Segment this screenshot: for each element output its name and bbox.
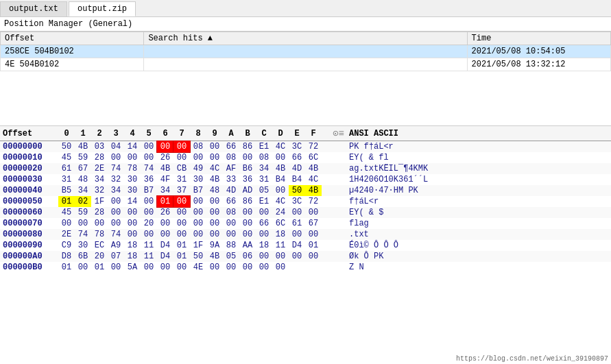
hex-byte: 50 (190, 251, 206, 262)
hex-byte: 45 (58, 152, 75, 163)
hex-byte: 00 (190, 196, 206, 207)
hex-byte: 66 (223, 196, 239, 207)
hex-byte: 37 (173, 185, 190, 196)
hex-byte: 01 (173, 251, 190, 262)
hex-byte: 4B (206, 251, 223, 262)
hex-byte: 00 (223, 229, 239, 240)
hex-byte: 00 (256, 229, 272, 240)
hex-byte: 00 (223, 262, 239, 273)
hex-row: 00000070000000000020000000000000666C6167… (0, 218, 611, 229)
hex-byte: 00 (173, 141, 190, 152)
hex-col-header-E: E (289, 129, 305, 138)
hex-byte: 24 (272, 207, 289, 218)
hex-byte: 59 (75, 207, 91, 218)
hex-byte: 00 (239, 152, 256, 163)
hex-ascii: Z N (346, 262, 611, 273)
hex-byte: 00 (190, 229, 206, 240)
hex-byte: 18 (256, 240, 272, 251)
hex-byte: 00 (108, 207, 124, 218)
hex-byte: B5 (58, 185, 75, 196)
hex-row: 00000040B534323430B73437B7484DAD0500504B… (0, 185, 611, 196)
hits-cell-hits-0 (144, 45, 467, 58)
hex-byte: 50 (289, 185, 305, 196)
hits-row-0[interactable]: 258CE 504B0102 2021/05/08 10:54:05 (1, 45, 611, 58)
hex-byte: 00 (58, 218, 75, 229)
hex-byte: 4B (75, 141, 91, 152)
hex-byte: 11 (272, 240, 289, 251)
tab-bar: output.txt output.zip (0, 0, 611, 17)
hits-cell-time-0: 2021/05/08 10:54:05 (467, 45, 610, 58)
hex-bytes: C930ECA91811D4011F9A88AA1811D401 (58, 240, 333, 251)
hits-cell-hits-1 (144, 58, 467, 71)
col-header-offset[interactable]: Offset (1, 32, 144, 45)
hex-byte: 72 (305, 141, 322, 152)
hex-col-header-5: 5 (141, 129, 157, 138)
hex-byte: 00 (173, 218, 190, 229)
hex-col-header-4: 4 (124, 129, 141, 138)
hex-byte: 4C (272, 196, 289, 207)
hex-byte: 31 (173, 174, 190, 185)
hex-byte: 00 (305, 207, 322, 218)
hex-byte: D4 (157, 251, 173, 262)
hex-byte: 74 (108, 229, 124, 240)
hex-byte: 00 (206, 152, 223, 163)
hex-col-header-D: D (272, 129, 289, 138)
col-header-hits[interactable]: Search hits ▲ (144, 32, 467, 45)
hex-byte: AA (239, 240, 256, 251)
hex-byte: 00 (75, 218, 91, 229)
hex-byte: 61 (289, 218, 305, 229)
hex-byte: B4 (272, 174, 289, 185)
hex-byte: 78 (91, 229, 108, 240)
hex-byte: 34 (256, 163, 272, 174)
hits-cell-time-1: 2021/05/08 13:32:12 (467, 58, 610, 71)
hex-header-bytes: 0123456789ABCDEF (58, 129, 333, 138)
hex-byte: 08 (256, 152, 272, 163)
hex-byte: 00 (157, 229, 173, 240)
col-header-time[interactable]: Time (467, 32, 610, 45)
hex-byte: 00 (157, 141, 173, 152)
hex-byte: 88 (223, 240, 239, 251)
hex-byte: 04 (108, 141, 124, 152)
hex-byte: 74 (141, 163, 157, 174)
hex-byte: 00 (206, 141, 223, 152)
hex-byte: 00 (206, 196, 223, 207)
hex-byte: 00 (206, 229, 223, 240)
hex-byte: 00 (141, 141, 157, 152)
hex-byte: 4B (206, 174, 223, 185)
hex-col-header-0: 0 (58, 129, 75, 138)
hex-bytes: 504B03041400000008006686E14C3C72 (58, 141, 333, 152)
hex-byte: 36 (141, 174, 157, 185)
tab-output-zip[interactable]: output.zip (69, 1, 136, 16)
hex-byte: 01 (305, 240, 322, 251)
hex-byte: 01 (157, 196, 173, 207)
hex-bytes: 4559280000002600000008000800666C (58, 152, 333, 163)
hex-byte: 00 (206, 207, 223, 218)
hex-col-header-F: F (305, 129, 322, 138)
hex-byte: 00 (157, 218, 173, 229)
hex-byte: 4D (223, 185, 239, 196)
tab-output-txt[interactable]: output.txt (0, 1, 67, 16)
hex-byte: 6C (305, 152, 322, 163)
hex-byte: 01 (58, 262, 75, 273)
hex-byte: D8 (58, 251, 75, 262)
hex-byte: B6 (239, 163, 256, 174)
hex-byte: 11 (141, 251, 157, 262)
hex-byte: 00 (305, 251, 322, 262)
hex-bytes: 3148343230364F31304B333631B4B44C (58, 174, 333, 185)
hex-byte: 08 (223, 207, 239, 218)
hex-byte: 59 (75, 152, 91, 163)
hex-byte: 66 (223, 141, 239, 152)
hex-byte: E1 (256, 141, 272, 152)
hex-col-header-6: 6 (157, 129, 173, 138)
hits-row-1[interactable]: 4E 504B0102 2021/05/08 13:32:12 (1, 58, 611, 71)
hex-byte: 00 (256, 251, 272, 262)
hex-byte: 00 (91, 218, 108, 229)
hex-byte: 20 (141, 218, 157, 229)
hex-byte: 14 (124, 141, 141, 152)
hex-byte: 86 (239, 196, 256, 207)
hex-byte: 48 (206, 185, 223, 196)
hex-byte: 34 (157, 185, 173, 196)
hex-byte: 00 (239, 218, 256, 229)
hex-byte: C9 (58, 240, 75, 251)
hex-row: 000000A0D86B20071811D401504B050600000000… (0, 251, 611, 262)
